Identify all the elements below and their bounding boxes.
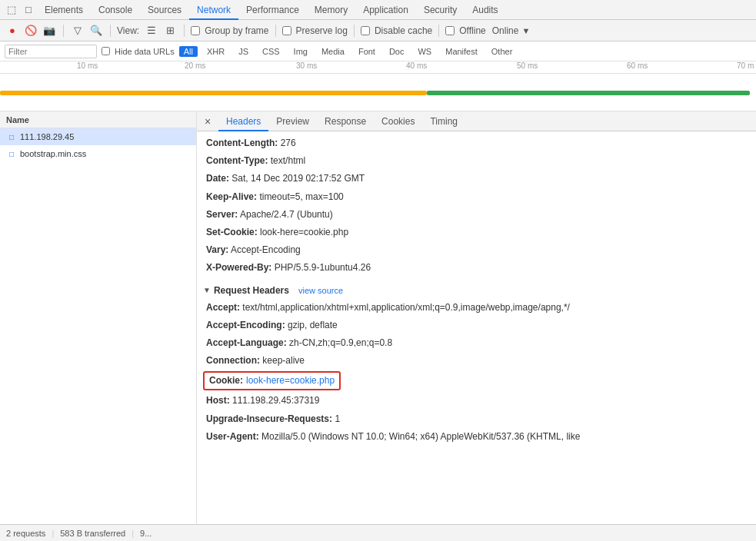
group-by-frame-checkbox[interactable] xyxy=(191,26,200,35)
status-sep-2: | xyxy=(132,529,134,538)
list-view-icon[interactable]: ☰ xyxy=(144,23,159,38)
clear-button[interactable]: 🚫 xyxy=(23,23,38,38)
disable-cache-checkbox[interactable] xyxy=(361,26,370,35)
offline-checkbox[interactable] xyxy=(445,26,455,35)
preserve-log-checkbox[interactable] xyxy=(282,26,291,35)
screenshot-button[interactable]: 📷 xyxy=(42,23,57,38)
filter-font[interactable]: Font xyxy=(354,46,380,57)
header-name-set-cookie: Set-Cookie: xyxy=(206,227,258,237)
header-name-content-type: Content-Type: xyxy=(206,155,268,166)
filter-input[interactable] xyxy=(5,45,97,58)
column-header-name: Name xyxy=(0,111,196,128)
disable-cache-label: Disable cache xyxy=(375,25,432,36)
filter-other[interactable]: Other xyxy=(487,46,518,57)
devtools-icon-2[interactable]: □ xyxy=(20,2,37,18)
req-header-value-user-agent: Mozilla/5.0 (Windows NT 10.0; Win64; x64… xyxy=(261,431,580,442)
filter-all[interactable]: All xyxy=(179,46,198,57)
hide-data-urls-checkbox[interactable] xyxy=(102,47,110,55)
tab-sources[interactable]: Sources xyxy=(140,0,189,20)
tab-application[interactable]: Application xyxy=(355,0,416,20)
header-value-server: Apache/2.4.7 (Ubuntu) xyxy=(240,209,333,220)
tick-60ms: 60 ms xyxy=(627,61,648,70)
headers-content: Content-Length: 276 Content-Type: text/h… xyxy=(197,131,756,524)
req-header-name-user-agent: User-Agent: xyxy=(206,431,259,442)
filter-css[interactable]: CSS xyxy=(258,46,285,57)
tick-50ms: 50 ms xyxy=(517,61,538,70)
response-headers-row-3: Keep-Alive: timeout=5, max=100 xyxy=(197,188,756,206)
file-list-panel: Name □ 111.198.29.45 □ bootstrap.min.css xyxy=(0,111,197,524)
request-headers-row-5: Host: 111.198.29.45:37319 xyxy=(197,392,756,410)
details-tab-timing[interactable]: Timing xyxy=(422,111,465,131)
request-headers-row-0: Accept: text/html,application/xhtml+xml,… xyxy=(197,299,756,317)
tick-30ms: 30 ms xyxy=(296,61,317,70)
details-tab-cookies[interactable]: Cookies xyxy=(374,111,422,131)
sep-6 xyxy=(438,25,439,37)
tab-performance[interactable]: Performance xyxy=(238,0,307,20)
hide-data-urls-label: Hide data URLs xyxy=(115,47,175,56)
filter-media[interactable]: Media xyxy=(317,46,349,57)
header-name-x-powered-by: X-Powered-By: xyxy=(206,262,271,273)
main-content: Name □ 111.198.29.45 □ bootstrap.min.css… xyxy=(0,111,756,524)
devtools-icon-1[interactable]: ⬚ xyxy=(3,2,20,18)
grid-view-icon[interactable]: ⊞ xyxy=(162,23,178,38)
record-button[interactable]: ● xyxy=(5,23,20,38)
timeline-bar-area xyxy=(0,74,756,111)
filter-ws[interactable]: WS xyxy=(413,46,436,57)
response-headers-row-2: Date: Sat, 14 Dec 2019 02:17:52 GMT xyxy=(197,170,756,188)
details-panel: × Headers Preview Response Cookies Timin… xyxy=(197,111,756,524)
request-headers-row-6: Upgrade-Insecure-Requests: 1 xyxy=(197,410,756,428)
tab-console[interactable]: Console xyxy=(91,0,140,20)
header-value-content-type: text/html xyxy=(271,155,305,166)
header-name-server: Server: xyxy=(206,209,238,220)
request-headers-row-4-cookie: Cookie: look-here=cookie.php xyxy=(197,370,756,392)
file-icon-css: □ xyxy=(6,148,17,159)
tab-audits[interactable]: Audits xyxy=(465,0,505,20)
header-name-date: Date: xyxy=(206,173,229,184)
tab-memory[interactable]: Memory xyxy=(307,0,355,20)
file-item-0[interactable]: □ 111.198.29.45 xyxy=(0,128,196,145)
header-value-keep-alive: timeout=5, max=100 xyxy=(259,191,343,202)
response-headers-row-0: Content-Length: 276 xyxy=(197,134,756,152)
filter-manifest[interactable]: Manifest xyxy=(441,46,482,57)
header-value-content-length: 276 xyxy=(281,138,296,148)
view-label: View: xyxy=(117,25,139,36)
timeline-area: 10 ms 20 ms 30 ms 40 ms 50 ms 60 ms 70 m xyxy=(0,61,756,111)
filter-js[interactable]: JS xyxy=(234,46,253,57)
filter-img[interactable]: Img xyxy=(289,46,312,57)
tick-70ms: 70 m xyxy=(737,61,754,70)
filter-xhr[interactable]: XHR xyxy=(202,46,229,57)
details-close-button[interactable]: × xyxy=(200,114,215,129)
offline-label: Offline xyxy=(459,25,485,36)
network-dropdown-icon[interactable]: ▼ xyxy=(521,26,530,35)
tab-elements[interactable]: Elements xyxy=(37,0,91,20)
details-tab-headers[interactable]: Headers xyxy=(218,111,268,131)
req-header-value-accept: text/html,application/xhtml+xml,applicat… xyxy=(242,302,570,313)
header-name-content-length: Content-Length: xyxy=(206,138,278,148)
tab-network[interactable]: Network xyxy=(189,0,238,20)
devtools-tab-bar: ⬚ □ Elements Console Sources Network Per… xyxy=(0,0,756,20)
file-item-1[interactable]: □ bootstrap.min.css xyxy=(0,145,196,162)
req-header-name-connection: Connection: xyxy=(206,355,260,366)
view-source-link[interactable]: view source xyxy=(298,286,343,295)
filter-bar: Hide data URLs All XHR JS CSS Img Media … xyxy=(0,41,756,61)
request-headers-section-title[interactable]: ▼ Request Headers view source xyxy=(197,282,756,299)
filter-doc[interactable]: Doc xyxy=(385,46,409,57)
search-icon[interactable]: 🔍 xyxy=(88,23,104,38)
preserve-log-label: Preserve log xyxy=(296,25,348,36)
tab-security[interactable]: Security xyxy=(416,0,465,20)
filter-icon[interactable]: ▽ xyxy=(70,23,85,38)
details-tab-preview[interactable]: Preview xyxy=(268,111,317,131)
response-headers-row-7: X-Powered-By: PHP/5.5.9-1ubuntu4.26 xyxy=(197,259,756,277)
network-toolbar: ● 🚫 📷 ▽ 🔍 View: ☰ ⊞ Group by frame Prese… xyxy=(0,20,756,41)
status-sep-1: | xyxy=(52,529,54,538)
timeline-bar-html xyxy=(0,91,427,95)
sep-5 xyxy=(354,25,355,37)
status-bar: 2 requests | 583 B transferred | 9... xyxy=(0,524,756,541)
req-header-value-connection: keep-alive xyxy=(262,355,305,366)
request-headers-row-1: Accept-Encoding: gzip, deflate xyxy=(197,317,756,334)
response-headers-row-5: Set-Cookie: look-here=cookie.php xyxy=(197,224,756,241)
sep-3 xyxy=(184,25,185,37)
group-by-frame-label: Group by frame xyxy=(205,25,268,36)
tick-20ms: 20 ms xyxy=(185,61,205,70)
details-tab-response[interactable]: Response xyxy=(317,111,374,131)
